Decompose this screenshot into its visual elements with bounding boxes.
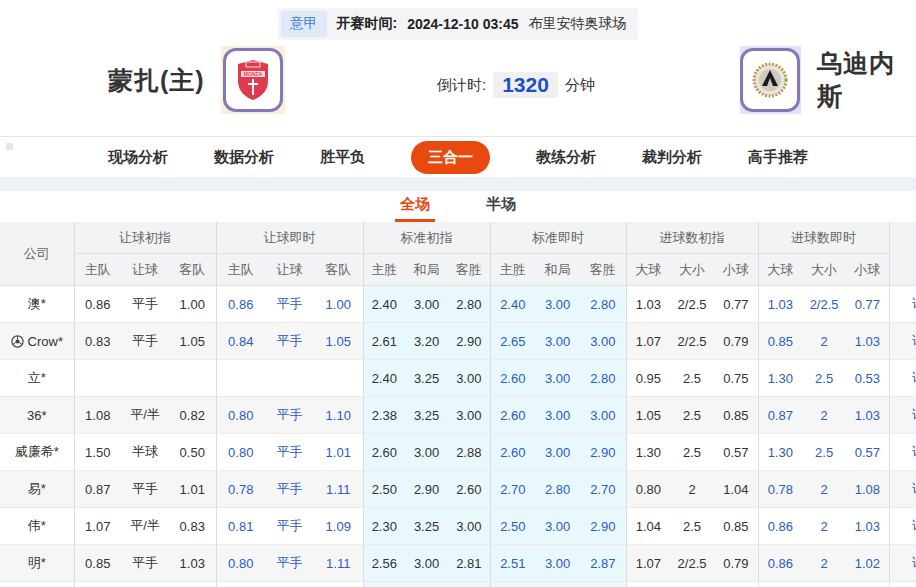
odds-cell: 0.75 [714,360,758,397]
match-info-bar: 意甲 开赛时间: 2024-12-10 03:45 布里安特奥球场 [278,8,639,40]
table-row: 威廉希*1.50半球0.500.80平手1.012.603.002.882.60… [0,434,916,471]
odds-cell: 1.01 [169,471,216,508]
odds-cell: 3.25 [405,360,448,397]
league-badge[interactable]: 意甲 [281,11,327,37]
odds-cell [74,360,121,397]
odds-cell: 3.00 [535,323,580,360]
odds-cell: 1.07 [74,508,121,545]
odds-cell: 2/2.5 [670,286,714,323]
sub-column-header: 大小 [802,254,846,286]
countdown-value: 1320 [493,72,558,98]
group-header: 进球数初指 [626,222,758,254]
odds-cell: 2.80 [580,286,626,323]
detail-link[interactable]: 详情 [912,296,916,311]
detail-cell: 详情 [889,434,916,471]
odds-cell: 1.05 [314,323,363,360]
odds-cell: 2.5 [802,582,846,587]
divider-band [0,177,916,191]
odds-cell: 2.60 [448,471,490,508]
away-team-logo [740,46,801,114]
odds-cell: 3.30 [405,582,448,587]
detail-link[interactable]: 详情 [912,407,916,422]
odds-cell: 0.80 [216,434,265,471]
detail-cell: 详情 [889,471,916,508]
odds-cell: 2.50 [363,471,405,508]
odds-cell [216,360,265,397]
odds-cell: 0.87 [74,471,121,508]
column-header-detail [889,222,916,286]
odds-cell: 1.08 [846,471,889,508]
tab-教练分析[interactable]: 教练分析 [536,148,596,167]
tab-高手推荐[interactable]: 高手推荐 [748,148,808,167]
odds-cell: 2.5 [670,360,714,397]
odds-cell: 1.03 [846,397,889,434]
odds-cell: 2.95 [580,582,626,587]
sub-column-header: 让球 [265,254,314,286]
venue-name: 布里安特奥球场 [528,15,626,33]
odds-cell: 2.40 [363,286,405,323]
odds-cell: 平手 [265,471,314,508]
odds-cell: 1.07 [626,323,670,360]
sub-column-header: 和局 [405,254,448,286]
odds-cell: 2 [802,508,846,545]
odds-cell: 0.85 [714,508,758,545]
odds-cell [265,360,314,397]
tab-胜平负[interactable]: 胜平负 [320,148,365,167]
odds-cell: 3.00 [535,434,580,471]
odds-cell: 3.20 [405,323,448,360]
odds-cell: 平手 [265,508,314,545]
home-team-name: 蒙扎(主) [108,64,205,97]
column-header-company: 公司 [0,222,74,286]
tab-数据分析[interactable]: 数据分析 [214,148,274,167]
subtab-半场[interactable]: 半场 [481,195,521,222]
sub-column-header: 大球 [758,254,802,286]
tab-裁判分析[interactable]: 裁判分析 [642,148,702,167]
company-cell: 易* [0,471,74,508]
group-header: 标准即时 [490,222,626,254]
odds-cell: 2.40 [363,360,405,397]
subtab-全场[interactable]: 全场 [395,195,435,222]
soccer-ball-icon [11,335,24,348]
odds-cell: 0.81 [216,508,265,545]
odds-cell: 1.03 [758,286,802,323]
tab-现场分析[interactable]: 现场分析 [108,148,168,167]
odds-cell: 1.40 [758,582,802,587]
group-header: 进球数即时 [758,222,889,254]
away-team-name: 乌迪内斯 [817,47,916,113]
odds-cell: 3.00 [580,323,626,360]
table-row: 36*1.08平/半0.820.80平手1.102.383.253.002.60… [0,397,916,434]
odds-cell: 3.05 [448,582,490,587]
odds-cell: 1.08 [74,397,121,434]
odds-cell: 0.95 [626,360,670,397]
main-tabs: 现场分析数据分析胜平负三合一教练分析裁判分析高手推荐 [0,136,916,177]
odds-cell: 3.00 [448,360,490,397]
odds-cell: 0.86 [758,508,802,545]
odds-cell: 1.00 [314,286,363,323]
odds-cell: 0.80 [714,582,758,587]
odds-cell: 2.5 [802,360,846,397]
detail-link[interactable]: 详情 [912,555,916,570]
detail-link[interactable]: 详情 [912,481,916,496]
tab-三合一[interactable]: 三合一 [411,141,490,174]
odds-cell: 2 [802,545,846,582]
odds-cell [121,360,169,397]
odds-cell: 平手 [121,286,169,323]
detail-link[interactable]: 详情 [912,333,916,348]
odds-cell: 1.50 [74,434,121,471]
sub-column-header: 客胜 [580,254,626,286]
odds-cell: 2.38 [363,397,405,434]
detail-link[interactable]: 详情 [912,370,916,385]
detail-link[interactable]: 详情 [912,444,916,459]
period-tabs: 全场半场 [0,191,916,222]
odds-cell: 2.51 [490,545,535,582]
detail-link[interactable]: 详情 [912,518,916,533]
odds-cell: 3.25 [405,397,448,434]
odds-cell: 2/2.5 [670,545,714,582]
sub-column-header: 小球 [714,254,758,286]
odds-cell: 平/半 [121,397,169,434]
group-header: 让球初指 [74,222,216,254]
odds-cell: 2.5 [670,397,714,434]
sub-column-header: 大球 [626,254,670,286]
detail-cell: 详情 [889,508,916,545]
monza-crest-icon: MONZA [223,48,283,112]
